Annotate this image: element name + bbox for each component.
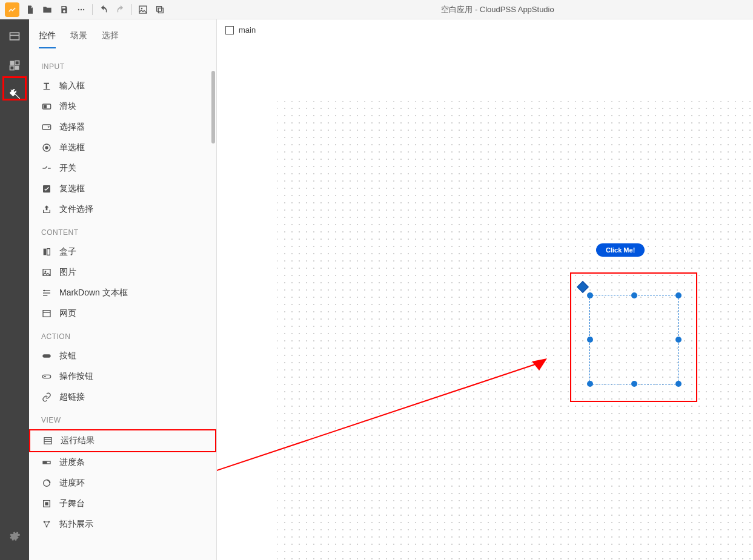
item-switch[interactable]: 开关 bbox=[29, 158, 216, 179]
tab-rect-icon bbox=[225, 26, 234, 35]
rail-tools-icon[interactable] bbox=[4, 84, 25, 105]
resize-handle-bl[interactable] bbox=[587, 381, 593, 387]
result-icon bbox=[42, 435, 53, 446]
item-substage[interactable]: 子舞台 bbox=[29, 493, 216, 514]
item-label: 选择器 bbox=[59, 122, 85, 133]
tab-controls[interactable]: 控件 bbox=[39, 27, 56, 48]
settings-gear-icon[interactable] bbox=[4, 525, 25, 547]
markdown-icon bbox=[41, 288, 52, 298]
item-radio[interactable]: 单选框 bbox=[29, 137, 216, 158]
substage-icon bbox=[41, 498, 52, 509]
rail-panel-icon[interactable] bbox=[4, 25, 25, 47]
svg-rect-23 bbox=[47, 249, 50, 255]
svg-point-2 bbox=[83, 8, 84, 10]
top-toolbar: 空白应用 - CloudPSS AppStudio bbox=[0, 0, 753, 19]
scrollbar-thumb[interactable] bbox=[211, 71, 215, 143]
svg-rect-15 bbox=[44, 105, 47, 108]
item-checkbox[interactable]: 复选框 bbox=[29, 179, 216, 199]
item-box[interactable]: 盒子 bbox=[29, 242, 216, 262]
canvas-click-button[interactable]: Click Me! bbox=[596, 243, 645, 257]
separator bbox=[92, 4, 93, 15]
item-topology[interactable]: 拓扑展示 bbox=[29, 514, 216, 535]
progress-bar-icon bbox=[41, 457, 52, 468]
redo-icon[interactable] bbox=[112, 0, 129, 19]
item-link[interactable]: 超链接 bbox=[29, 387, 216, 407]
item-button[interactable]: 按钮 bbox=[29, 346, 216, 366]
item-label: 拓扑展示 bbox=[59, 519, 93, 530]
resize-handle-bm[interactable] bbox=[631, 381, 637, 387]
item-input-text[interactable]: 输入框 bbox=[29, 76, 216, 96]
section-view: VIEW bbox=[29, 407, 216, 429]
section-content: CONTENT bbox=[29, 220, 216, 242]
checkbox-icon bbox=[41, 183, 52, 194]
activity-rail bbox=[0, 19, 29, 560]
rail-components-icon[interactable] bbox=[4, 54, 25, 76]
item-label: 进度条 bbox=[59, 457, 85, 468]
progress-ring-icon bbox=[41, 478, 52, 489]
sidebar-scroll[interactable]: INPUT 输入框 滑块 选择器 单选框 开关 复选框 文件选择 CONTENT… bbox=[29, 49, 216, 560]
image-tool-icon[interactable] bbox=[134, 0, 151, 19]
svg-rect-7 bbox=[10, 33, 19, 40]
canvas-tabs: main bbox=[217, 19, 753, 41]
canvas-tab-label: main bbox=[239, 25, 256, 35]
tab-select[interactable]: 选择 bbox=[102, 27, 119, 48]
section-input: INPUT bbox=[29, 54, 216, 76]
app-title: 空白应用 - CloudPSS AppStudio bbox=[441, 4, 554, 15]
svg-rect-30 bbox=[43, 311, 50, 317]
app-logo bbox=[5, 2, 19, 17]
select-icon bbox=[41, 122, 52, 133]
canvas-area: main Click Me! bbox=[217, 19, 753, 560]
item-image[interactable]: 图片 bbox=[29, 262, 216, 283]
text-input-icon bbox=[41, 81, 52, 91]
image-icon bbox=[41, 267, 52, 278]
item-label: 开关 bbox=[59, 163, 76, 174]
link-icon bbox=[41, 392, 52, 403]
switch-icon bbox=[41, 163, 52, 174]
item-label: 按钮 bbox=[59, 351, 76, 361]
item-label: 复选框 bbox=[59, 183, 85, 194]
item-label: 图片 bbox=[59, 267, 76, 278]
svg-rect-10 bbox=[15, 61, 19, 65]
item-label: 网页 bbox=[59, 308, 76, 319]
item-markdown[interactable]: MarkDown 文本框 bbox=[29, 283, 216, 303]
rotate-handle[interactable] bbox=[577, 281, 589, 293]
file-upload-icon bbox=[41, 204, 52, 215]
item-label: MarkDown 文本框 bbox=[59, 288, 128, 298]
box-icon bbox=[41, 246, 52, 257]
resize-handle-mr[interactable] bbox=[675, 337, 682, 343]
svg-rect-22 bbox=[44, 249, 47, 255]
item-slider[interactable]: 滑块 bbox=[29, 96, 216, 117]
item-label: 进度环 bbox=[59, 478, 85, 489]
item-select[interactable]: 选择器 bbox=[29, 117, 216, 137]
selected-component[interactable] bbox=[589, 295, 679, 384]
item-file-picker[interactable]: 文件选择 bbox=[29, 199, 216, 220]
tab-scenes[interactable]: 场景 bbox=[70, 27, 87, 48]
new-file-icon[interactable] bbox=[22, 0, 39, 19]
layers-tool-icon[interactable] bbox=[151, 0, 168, 19]
item-label: 输入框 bbox=[59, 81, 85, 91]
canvas-tab-main[interactable]: main bbox=[225, 25, 256, 35]
item-progress-ring[interactable]: 进度环 bbox=[29, 473, 216, 493]
item-label: 滑块 bbox=[59, 101, 76, 112]
item-run-result[interactable]: 运行结果 bbox=[29, 429, 216, 452]
resize-handle-br[interactable] bbox=[675, 381, 682, 387]
resize-handle-tl[interactable] bbox=[587, 292, 593, 298]
item-label: 运行结果 bbox=[61, 435, 95, 446]
item-action-button[interactable]: 操作按钮 bbox=[29, 366, 216, 387]
sidebar-tabs: 控件 场景 选择 bbox=[29, 19, 216, 49]
save-icon[interactable] bbox=[56, 0, 73, 19]
resize-handle-tr[interactable] bbox=[675, 292, 682, 298]
topology-icon bbox=[41, 519, 52, 530]
svg-point-1 bbox=[81, 8, 82, 10]
item-webpage[interactable]: 网页 bbox=[29, 303, 216, 324]
item-label: 单选框 bbox=[59, 142, 85, 153]
selection-highlight-annotation bbox=[570, 272, 697, 402]
resize-handle-ml[interactable] bbox=[587, 337, 593, 343]
more-icon[interactable] bbox=[73, 0, 90, 19]
resize-handle-tm[interactable] bbox=[631, 292, 637, 298]
open-folder-icon[interactable] bbox=[39, 0, 56, 19]
item-progress-bar[interactable]: 进度条 bbox=[29, 452, 216, 473]
svg-point-25 bbox=[45, 271, 47, 272]
svg-rect-6 bbox=[158, 8, 163, 13]
undo-icon[interactable] bbox=[95, 0, 112, 19]
